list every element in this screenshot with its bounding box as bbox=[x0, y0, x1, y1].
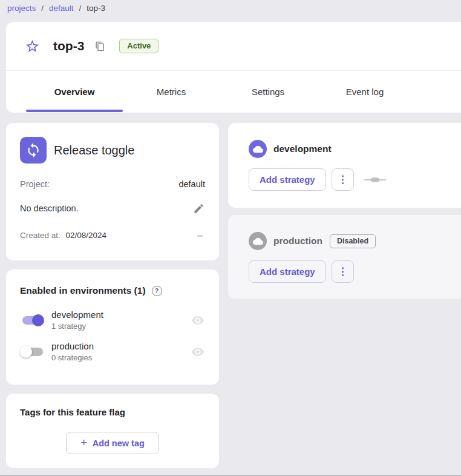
cloud-icon bbox=[253, 236, 263, 246]
tab-metrics[interactable]: Metrics bbox=[123, 71, 220, 112]
tags-title: Tags for this feature flag bbox=[20, 407, 205, 417]
breadcrumb-link-default[interactable]: default bbox=[49, 4, 74, 13]
environment-name: development bbox=[51, 309, 191, 320]
breadcrumb-separator: / bbox=[79, 4, 82, 13]
project-row: Project: default bbox=[20, 179, 205, 189]
environment-panels: development Add strategy ⋮ production Di… bbox=[228, 123, 461, 468]
star-outline-icon bbox=[25, 39, 40, 54]
flag-type-row: Release toggle bbox=[20, 137, 205, 164]
tab-settings[interactable]: Settings bbox=[220, 71, 316, 112]
enabled-environments-title: Enabled in environments (1) bbox=[20, 285, 146, 296]
cloud-icon bbox=[253, 144, 263, 154]
add-strategy-button[interactable]: Add strategy bbox=[249, 168, 326, 191]
created-value: 02/08/2024 bbox=[66, 231, 107, 240]
favorite-star-icon[interactable] bbox=[24, 38, 40, 54]
breadcrumb-current: top-3 bbox=[87, 4, 105, 13]
project-label: Project: bbox=[20, 179, 50, 189]
sync-arrows-icon bbox=[25, 142, 41, 158]
description-text: No description. bbox=[20, 203, 79, 213]
pencil-icon bbox=[193, 203, 204, 214]
edit-description-button[interactable] bbox=[192, 202, 205, 215]
toggle-production[interactable] bbox=[20, 345, 45, 359]
more-options-kebab-button[interactable]: ⋮ bbox=[332, 168, 354, 191]
release-toggle-icon bbox=[20, 137, 47, 164]
description-row: No description. bbox=[20, 202, 205, 215]
collapse-dash-icon[interactable]: – bbox=[195, 231, 205, 240]
project-value: default bbox=[178, 179, 205, 189]
strategy-separator bbox=[364, 176, 386, 184]
created-label: Created at: bbox=[20, 231, 60, 240]
tags-card: Tags for this feature flag + Add new tag bbox=[6, 394, 219, 468]
environment-panel-production: production Disabled Add strategy ⋮ bbox=[228, 215, 461, 299]
toggle-thumb bbox=[32, 314, 44, 326]
feature-tabs: Overview Metrics Settings Event log bbox=[6, 71, 461, 112]
breadcrumb: projects / default / top-3 bbox=[0, 0, 461, 13]
environment-strategy-count: 0 strategies bbox=[51, 353, 191, 363]
overview-sidebar: Release toggle Project: default No descr… bbox=[6, 123, 219, 468]
visibility-eye-icon[interactable] bbox=[191, 345, 205, 359]
enabled-environments-card: Enabled in environments (1) ? developmen… bbox=[6, 269, 219, 385]
environment-row-production: production 0 strategies bbox=[20, 341, 205, 363]
toggle-thumb bbox=[20, 346, 32, 358]
feature-header-card: top-3 Active Overview Metrics Settings E… bbox=[6, 22, 461, 113]
add-new-tag-label: Add new tag bbox=[93, 438, 145, 448]
environment-row-development: development 1 strategy bbox=[20, 309, 205, 331]
feature-title-row: top-3 Active bbox=[6, 22, 461, 71]
cloud-icon bbox=[249, 232, 267, 250]
environment-panel-name: development bbox=[273, 144, 332, 154]
flag-details-card: Release toggle Project: default No descr… bbox=[6, 123, 219, 260]
visibility-eye-icon[interactable] bbox=[191, 313, 205, 328]
disabled-badge: Disabled bbox=[330, 234, 376, 248]
page-title: top-3 bbox=[53, 39, 84, 53]
breadcrumb-link-projects[interactable]: projects bbox=[7, 4, 36, 13]
tab-overview[interactable]: Overview bbox=[26, 71, 123, 112]
created-row: Created at: 02/08/2024 – bbox=[20, 231, 205, 240]
flag-type-label: Release toggle bbox=[54, 144, 134, 157]
breadcrumb-separator: / bbox=[41, 4, 44, 13]
eye-icon bbox=[191, 314, 204, 327]
eye-icon bbox=[191, 345, 204, 359]
help-icon[interactable]: ? bbox=[152, 286, 162, 296]
environment-name: production bbox=[51, 341, 191, 352]
tab-event-log[interactable]: Event log bbox=[316, 71, 413, 112]
status-badge: Active bbox=[119, 39, 159, 53]
toggle-development[interactable] bbox=[20, 313, 45, 328]
cloud-icon bbox=[249, 140, 267, 158]
environment-panel-name: production bbox=[273, 236, 322, 246]
copy-name-icon[interactable] bbox=[94, 40, 106, 52]
plus-icon: + bbox=[80, 437, 87, 449]
add-new-tag-button[interactable]: + Add new tag bbox=[66, 432, 159, 454]
copy-icon bbox=[95, 41, 105, 51]
environment-strategy-count: 1 strategy bbox=[51, 322, 191, 331]
add-strategy-button[interactable]: Add strategy bbox=[249, 260, 326, 283]
environment-panel-development: development Add strategy ⋮ bbox=[228, 123, 461, 208]
overview-content: Release toggle Project: default No descr… bbox=[6, 123, 461, 468]
more-options-kebab-button[interactable]: ⋮ bbox=[332, 260, 354, 283]
